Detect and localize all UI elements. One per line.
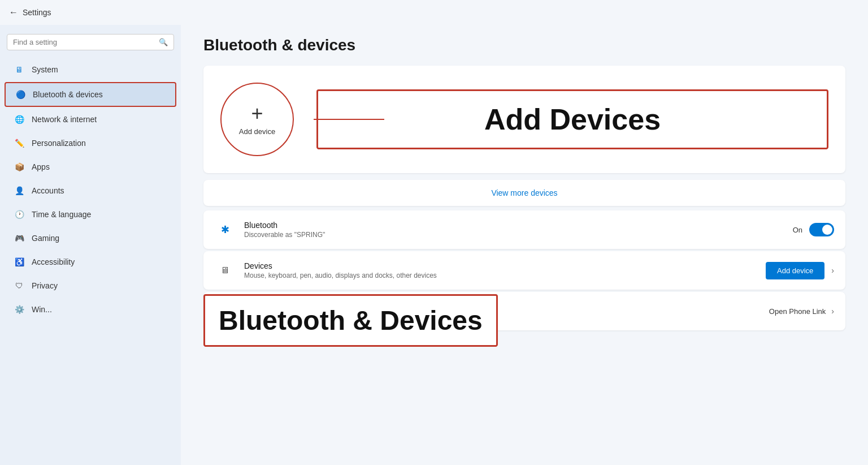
content-area: Bluetooth & devices + Add device Add Dev…: [181, 25, 868, 465]
sidebar-item-label: Win...: [32, 305, 52, 314]
title-bar: ← Settings: [0, 0, 868, 25]
windows-icon: ⚙️: [14, 304, 25, 315]
add-device-card: + Add device Add Devices: [203, 66, 845, 173]
app-title: Settings: [23, 8, 51, 17]
sidebar-item-apps[interactable]: 📦 Apps: [5, 156, 176, 178]
add-devices-text: Add Devices: [484, 103, 661, 136]
sidebar-item-label: Time & language: [32, 210, 91, 219]
plus-icon: +: [251, 104, 263, 124]
sidebar-item-label: Privacy: [32, 281, 58, 290]
sidebar-item-label: Gaming: [32, 234, 59, 243]
add-device-circle-label: Add device: [239, 127, 275, 136]
accounts-icon: 👤: [14, 185, 25, 196]
bluetooth-row-actions: On: [793, 223, 834, 236]
devices-chevron-icon: ›: [831, 266, 834, 275]
phone-row-actions: Open Phone Link ›: [769, 307, 834, 316]
personalization-icon: ✏️: [14, 137, 25, 149]
sidebar-item-label: Accounts: [32, 186, 64, 195]
bluetooth-row-title: Bluetooth: [244, 221, 784, 230]
devices-row-title: Devices: [244, 261, 757, 270]
bottom-annotation-text: Bluetooth & Devices: [219, 305, 483, 335]
search-box[interactable]: 🔍: [7, 34, 174, 50]
bluetooth-symbol-icon: ✱: [221, 223, 229, 236]
open-phone-link-label: Open Phone Link: [769, 307, 826, 316]
accessibility-icon: ♿: [14, 256, 25, 268]
view-more-link[interactable]: View more devices: [491, 188, 557, 197]
sidebar-item-windows[interactable]: ⚙️ Win...: [5, 298, 176, 321]
sidebar-item-time[interactable]: 🕐 Time & language: [5, 203, 176, 226]
devices-symbol-icon: 🖥: [220, 265, 229, 275]
network-icon: 🌐: [14, 114, 25, 125]
sidebar-item-accounts[interactable]: 👤 Accounts: [5, 179, 176, 202]
bluetooth-toggle-label: On: [793, 226, 802, 234]
add-device-circle-button[interactable]: + Add device: [220, 83, 294, 156]
apps-icon: 📦: [14, 161, 25, 173]
sidebar-item-label: Network & internet: [32, 115, 97, 124]
search-icon: 🔍: [159, 38, 168, 46]
sidebar-item-system[interactable]: 🖥 System: [5, 58, 176, 81]
bottom-section: 📱 Mobile devices Instantly access your A…: [203, 292, 845, 330]
system-icon: 🖥: [14, 64, 25, 75]
back-button[interactable]: ←: [9, 7, 18, 18]
sidebar-item-accessibility[interactable]: ♿ Accessibility: [5, 251, 176, 273]
gaming-icon: 🎮: [14, 232, 25, 244]
sidebar: 🔍 🖥 System 🔵 Bluetooth & devices 🌐 Netwo…: [0, 25, 181, 465]
bottom-annotation-container: Bluetooth & Devices: [203, 292, 498, 347]
sidebar-item-personalization[interactable]: ✏️ Personalization: [5, 132, 176, 154]
main-layout: 🔍 🖥 System 🔵 Bluetooth & devices 🌐 Netwo…: [0, 25, 868, 465]
devices-row: 🖥 Devices Mouse, keyboard, pen, audio, d…: [203, 251, 845, 290]
sidebar-item-network[interactable]: 🌐 Network & internet: [5, 108, 176, 131]
bluetooth-row-text: Bluetooth Discoverable as "SPRING": [244, 221, 784, 239]
bluetooth-toggle[interactable]: [809, 223, 834, 236]
bottom-annotation-box: Bluetooth & Devices: [203, 294, 498, 347]
bluetooth-row: ✱ Bluetooth Discoverable as "SPRING" On: [203, 210, 845, 249]
phone-chevron-icon: ›: [831, 307, 834, 316]
bluetooth-row-icon: ✱: [215, 219, 235, 240]
bluetooth-row-subtitle: Discoverable as "SPRING": [244, 231, 784, 239]
search-input[interactable]: [13, 38, 155, 46]
add-devices-annotation-box: Add Devices: [316, 89, 828, 149]
sidebar-item-privacy[interactable]: 🛡 Privacy: [5, 274, 176, 297]
add-device-button[interactable]: Add device: [766, 262, 824, 279]
sidebar-item-label: Personalization: [32, 139, 86, 148]
sidebar-item-label: Accessibility: [32, 257, 75, 266]
devices-row-actions: Add device ›: [766, 262, 834, 279]
devices-row-icon: 🖥: [215, 260, 235, 281]
devices-row-text: Devices Mouse, keyboard, pen, audio, dis…: [244, 261, 757, 279]
sidebar-item-label: Apps: [32, 162, 50, 171]
view-more-row: View more devices: [203, 180, 845, 206]
sidebar-item-gaming[interactable]: 🎮 Gaming: [5, 227, 176, 249]
bluetooth-icon: 🔵: [15, 89, 26, 100]
sidebar-item-bluetooth[interactable]: 🔵 Bluetooth & devices: [5, 82, 176, 107]
time-icon: 🕐: [14, 209, 25, 220]
sidebar-item-label: Bluetooth & devices: [33, 90, 103, 99]
page-title: Bluetooth & devices: [203, 36, 845, 54]
sidebar-item-label: System: [32, 65, 58, 74]
privacy-icon: 🛡: [14, 280, 25, 291]
devices-row-subtitle: Mouse, keyboard, pen, audio, displays an…: [244, 272, 757, 279]
